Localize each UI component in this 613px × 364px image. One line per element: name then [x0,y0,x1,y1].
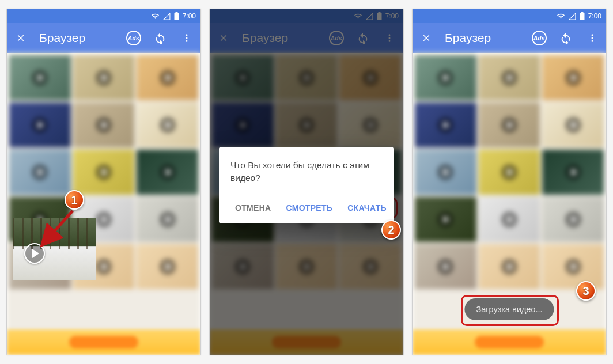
app-bar: Браузер Ads [413,23,606,53]
refresh-icon [154,32,167,44]
overflow-icon [181,33,192,43]
svg-point-8 [592,37,593,39]
bottom-ad-bar [413,329,606,355]
ads-button[interactable]: Ads [531,30,547,46]
bottom-ad-bar [7,329,200,355]
refresh-button[interactable] [152,30,168,46]
arrow-annotation [39,204,84,249]
svg-point-1 [186,37,188,39]
close-button[interactable] [13,30,29,46]
close-button[interactable] [418,30,434,46]
ads-button[interactable]: Ads [126,30,142,46]
status-bar: 7:00 [7,9,200,23]
battery-icon [174,12,179,20]
action-dialog: Что Вы хотели бы сделать с этим видео? О… [219,147,394,223]
refresh-button[interactable] [558,30,574,46]
dialog-message: Что Вы хотели бы сделать с этим видео? [230,159,383,185]
step-badge-2: 2 [381,220,401,240]
watch-button[interactable]: СМОТРЕТЬ [281,199,337,217]
status-bar: 7:00 [413,9,606,23]
status-time: 7:00 [183,12,196,20]
appbar-title: Браузер [39,31,115,45]
overflow-button[interactable] [179,30,195,46]
phone-screenshot-3: 7:00 Браузер Ads Загрузка видео... 3 [412,9,607,355]
phone-screenshot-1: 7:00 Браузер Ads 1 [6,9,201,355]
status-time: 7:00 [588,12,601,20]
ads-icon: Ads [532,31,547,46]
step-badge-3: 3 [576,281,596,301]
cancel-button[interactable]: ОТМЕНА [230,199,275,217]
app-bar: Браузер Ads [7,23,200,53]
wifi-icon [557,13,565,20]
step-badge-1: 1 [65,190,84,210]
appbar-title: Браузер [445,31,521,45]
svg-point-9 [592,40,593,42]
video-grid[interactable] [7,53,200,355]
wifi-icon [151,13,160,20]
signal-icon [569,13,576,20]
overflow-button[interactable] [584,30,600,46]
svg-point-7 [592,34,593,36]
close-icon [16,33,26,43]
loading-toast: Загрузка видео... [464,298,554,320]
svg-point-0 [186,34,188,36]
dialog-actions: ОТМЕНА СМОТРЕТЬ СКАЧАТЬ [230,199,383,217]
svg-line-3 [44,211,73,243]
ads-icon: Ads [126,31,141,46]
battery-icon [580,12,585,20]
phone-screenshot-2: 7:00 Браузер Ads Что Вы хотели бы сделат… [209,9,404,355]
svg-point-2 [186,40,188,42]
signal-icon [163,13,171,20]
close-icon [421,33,432,43]
overflow-icon [587,33,597,43]
download-button[interactable]: СКАЧАТЬ [343,199,391,217]
refresh-icon [559,32,572,44]
